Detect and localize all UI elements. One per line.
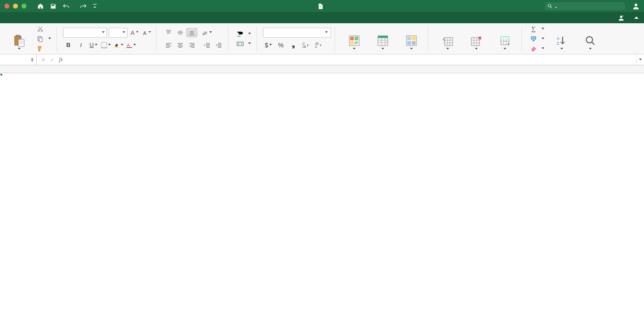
paste-button[interactable] [6, 25, 32, 53]
align-bottom-button[interactable] [186, 28, 198, 38]
svg-text:A: A [143, 30, 147, 36]
delete-cells-button[interactable] [463, 25, 489, 53]
decrease-indent-button[interactable] [201, 40, 213, 50]
increase-decimal-button[interactable]: .0.00 [301, 40, 311, 50]
svg-rect-10 [102, 42, 107, 48]
italic-button[interactable]: I [76, 40, 86, 50]
paintbrush-icon [37, 45, 44, 52]
sort-filter-button[interactable]: AZ [549, 25, 575, 53]
ribbon: A A B I U A ab [0, 23, 644, 55]
format-painter-button[interactable] [35, 45, 53, 53]
fill-down-icon [530, 35, 537, 42]
align-right-button[interactable] [186, 40, 198, 50]
cut-button[interactable] [35, 25, 53, 33]
svg-point-5 [41, 30, 43, 31]
spreadsheet-grid[interactable] [0, 65, 644, 334]
svg-point-4 [38, 30, 40, 31]
increase-font-button[interactable]: A [129, 28, 140, 38]
minimize-button[interactable] [13, 4, 18, 8]
font-size-select[interactable] [109, 28, 127, 38]
search-sheet-input[interactable]: ⌄ [545, 2, 625, 10]
svg-rect-21 [350, 37, 354, 40]
fill-color-button[interactable] [113, 40, 124, 50]
styles-group [335, 23, 428, 54]
formula-input[interactable] [68, 57, 636, 63]
underline-button[interactable]: U [88, 40, 99, 50]
svg-rect-23 [350, 41, 354, 45]
copy-icon [37, 35, 44, 42]
svg-point-0 [548, 4, 551, 7]
percent-button[interactable]: % [275, 40, 286, 50]
svg-rect-32 [471, 38, 479, 46]
collapse-ribbon-button[interactable] [631, 16, 641, 20]
svg-text:.00: .00 [314, 42, 319, 45]
svg-rect-30 [412, 41, 415, 45]
border-button[interactable] [101, 40, 111, 50]
save-icon[interactable] [50, 3, 56, 9]
svg-text:Z: Z [557, 41, 559, 46]
excel-file-icon [318, 3, 324, 9]
number-group: $ % ❟ .0.00 .00.0 [256, 23, 335, 54]
increase-indent-button[interactable] [213, 40, 225, 50]
copy-button[interactable] [35, 35, 53, 43]
svg-rect-34 [501, 37, 509, 39]
cells-group [428, 23, 521, 54]
fill-button[interactable] [528, 35, 546, 43]
close-button[interactable] [4, 4, 9, 8]
svg-rect-28 [412, 37, 415, 40]
redo-icon[interactable] [80, 3, 87, 9]
number-format-select[interactable] [263, 28, 331, 38]
font-group: A A B I U A [56, 23, 156, 54]
find-select-button[interactable] [577, 25, 603, 53]
bold-button[interactable]: B [63, 40, 74, 50]
svg-text:A: A [131, 30, 135, 36]
zoom-button[interactable] [21, 4, 26, 8]
decrease-decimal-button[interactable]: .00.0 [313, 40, 324, 50]
comma-style-button[interactable]: ❟ [288, 40, 299, 50]
align-left-button[interactable] [163, 40, 174, 50]
decrease-font-button[interactable]: A [142, 28, 153, 38]
titlebar: ⌄ [0, 0, 644, 12]
align-middle-button[interactable] [174, 28, 186, 38]
svg-rect-3 [18, 39, 24, 47]
insert-cells-button[interactable] [435, 25, 461, 53]
name-box[interactable] [0, 55, 37, 65]
autosum-button[interactable]: ∑ [528, 25, 546, 33]
wrap-text-button[interactable] [235, 30, 253, 38]
home-icon[interactable] [37, 3, 44, 9]
merge-icon [237, 40, 244, 47]
cancel-icon[interactable]: ✕ [41, 57, 46, 63]
eraser-icon [530, 45, 537, 52]
alignment-group: ab [156, 23, 228, 54]
format-cells-button[interactable] [492, 25, 518, 53]
fx-icon[interactable]: fx [59, 56, 63, 63]
format-as-table-button[interactable] [370, 25, 396, 53]
clear-button[interactable] [528, 45, 546, 53]
svg-rect-31 [445, 38, 453, 46]
share-icon [618, 15, 624, 21]
svg-rect-11 [114, 47, 119, 48]
share-button[interactable] [615, 15, 629, 21]
align-center-button[interactable] [174, 40, 186, 50]
svg-rect-2 [16, 35, 20, 37]
qat-customize-icon[interactable] [93, 4, 97, 9]
font-color-button[interactable]: A [126, 40, 136, 50]
enter-icon[interactable]: ✓ [50, 57, 55, 63]
align-top-button[interactable] [163, 28, 174, 38]
font-name-select[interactable] [63, 28, 107, 38]
accounting-button[interactable]: $ [263, 40, 274, 50]
user-icon[interactable] [632, 3, 640, 10]
conditional-formatting-button[interactable] [341, 25, 367, 53]
undo-icon[interactable] [63, 3, 73, 9]
expand-formula-bar-button[interactable] [636, 55, 644, 65]
merge-center-button[interactable] [235, 40, 253, 48]
search-icon [547, 4, 553, 9]
svg-text:.0: .0 [302, 42, 305, 45]
svg-rect-35 [531, 37, 536, 39]
svg-rect-7 [39, 38, 42, 42]
wrap-merge-group [228, 23, 256, 54]
svg-point-38 [586, 37, 593, 43]
cell-styles-button[interactable] [398, 25, 424, 53]
orientation-button[interactable]: ab [201, 28, 213, 38]
formula-bar: ✕ ✓ fx [0, 55, 644, 65]
